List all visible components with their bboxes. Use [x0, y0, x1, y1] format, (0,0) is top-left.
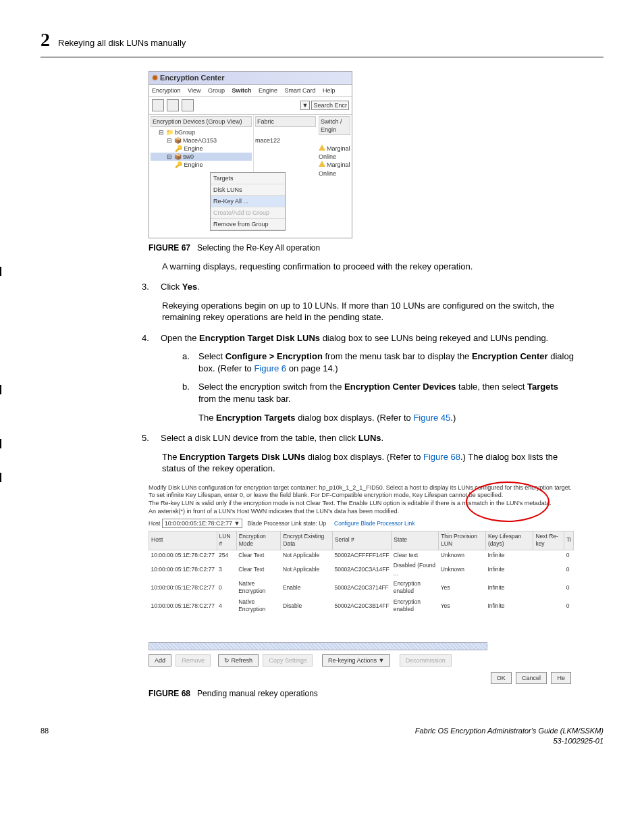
toolbar-icon-2[interactable] — [167, 99, 179, 111]
ctx-remove-group[interactable]: Remove from Group — [211, 219, 285, 230]
ctx-disk-luns[interactable]: Disk LUNs — [211, 184, 285, 196]
tree-engine-2[interactable]: 🔑 Engine — [151, 161, 252, 169]
ok-button[interactable]: OK — [491, 672, 512, 684]
dialog-paragraph: The Encryption Targets Disk LUNs dialog … — [162, 451, 576, 475]
figure-67: ✹ Encryption Center Encryption View Grou… — [149, 71, 603, 254]
col-head-switch: Switch / Engin — [319, 116, 350, 135]
col-head-fabric: Fabric — [255, 116, 316, 127]
menu-view[interactable]: View — [188, 87, 200, 94]
page-header: 2 Rekeying all disk LUNs manually — [41, 27, 603, 57]
warning-paragraph: A warning displays, requesting confirmat… — [162, 261, 576, 273]
luns-table: HostLUN #Encryption ModeEncrypt Existing… — [149, 531, 574, 615]
figure-68-caption: FIGURE 68 Pending manual rekey operation… — [149, 688, 603, 699]
chapter-title: Rekeying all disk LUNs manually — [58, 37, 186, 49]
step-4a: a. Select Configure > Encryption from th… — [182, 350, 576, 374]
scrollbar[interactable] — [149, 642, 487, 650]
step-4: 4. Open the Encryption Target Disk LUNs … — [142, 332, 576, 344]
button-row-right: OK Cancel He — [149, 672, 574, 684]
cancel-button[interactable]: Cancel — [516, 672, 547, 684]
status-marginal-1: Marginal — [319, 145, 350, 153]
step-3: 3. Click Yes. — [142, 281, 576, 293]
menubar: Encryption View Group Switch Engine Smar… — [149, 85, 352, 97]
table-row: 10:00:00:05:1E:78:C2:774Native Encryptio… — [149, 597, 574, 615]
host-row: Host 10:00:00:05:1E:78:C2:77 ▼ Blade Pro… — [149, 519, 574, 528]
table-row: 10:00:00:05:1E:78:C2:77254Clear TextNot … — [149, 550, 574, 561]
status-online-2: Online — [319, 170, 350, 178]
copy-settings-button: Copy Settings — [263, 654, 313, 667]
tree-node-mace[interactable]: ⊟ 📦 MaceAG153 — [151, 136, 252, 145]
link-figure-45[interactable]: Figure 45 — [413, 413, 450, 423]
ctx-targets[interactable]: Targets — [211, 173, 285, 184]
fabric-value: mace122 — [255, 136, 316, 145]
configure-bpl-link[interactable]: Configure Blade Processor Link — [334, 520, 415, 527]
page-footer: 88 Fabric OS Encryption Administrator's … — [41, 726, 603, 746]
button-row-left: Add Remove ↻ Refresh Copy Settings Re-ke… — [149, 654, 574, 667]
table-row: 10:00:00:05:1E:78:C2:773Clear TextNot Ap… — [149, 561, 574, 579]
menu-group[interactable]: Group — [208, 87, 225, 94]
targets-paragraph: The Encryption Targets dialog box displa… — [198, 412, 576, 424]
window-title: ✹ Encryption Center — [149, 72, 352, 85]
tree-node-sw0[interactable]: ⊟ 📦 sw0 — [151, 153, 252, 161]
tree-root[interactable]: ⊟ 📁 bGroup — [151, 128, 252, 136]
refresh-icon[interactable] — [182, 99, 194, 111]
host-dropdown[interactable]: 10:00:00:05:1E:78:C2:77 ▼ — [162, 519, 243, 528]
menu-switch[interactable]: Switch — [232, 87, 251, 94]
ctx-rekey-all[interactable]: Re-Key All ... — [211, 196, 285, 207]
menu-help[interactable]: Help — [323, 87, 336, 94]
table-row: 10:00:00:05:1E:78:C2:770Native Encryptio… — [149, 579, 574, 597]
step-4b: b. Select the encryption switch from the… — [182, 381, 576, 405]
col-head-devices: Encryption Devices (Group View) — [151, 116, 252, 127]
link-figure-6[interactable]: Figure 6 — [254, 363, 286, 373]
status-online-1: Online — [319, 153, 350, 161]
figure-67-caption: FIGURE 67 Selecting the Re-Key All opera… — [149, 242, 603, 253]
context-menu: Targets Disk LUNs Re-Key All ... Create/… — [210, 172, 286, 232]
figure-68: Modify Disk LUNs configuration for encry… — [149, 484, 603, 700]
toolbar: ▼ Search Encr — [149, 97, 352, 115]
help-button[interactable]: He — [551, 672, 571, 684]
status-marginal-2: Marginal — [319, 161, 350, 169]
search-dropdown[interactable]: ▼ — [300, 101, 311, 110]
search-field[interactable]: Search Encr — [311, 101, 349, 110]
menu-engine[interactable]: Engine — [259, 87, 277, 94]
ctx-create-group: Create/Add to Group — [211, 207, 285, 219]
remove-button: Remove — [176, 654, 211, 667]
menu-encryption[interactable]: Encryption — [152, 87, 181, 94]
toolbar-icon-1[interactable] — [152, 99, 164, 111]
fig68-desc: Modify Disk LUNs configuration for encry… — [149, 484, 574, 516]
link-figure-68[interactable]: Figure 68 — [423, 452, 460, 462]
menu-smartcard[interactable]: Smart Card — [285, 87, 316, 94]
add-button[interactable]: Add — [149, 654, 171, 667]
decommission-button: Decommission — [400, 654, 452, 667]
refresh-button[interactable]: ↻ Refresh — [218, 654, 259, 667]
page-number: 88 — [41, 726, 49, 746]
rekeying-actions-button[interactable]: Re-keying Actions ▼ — [322, 654, 390, 667]
rekey-paragraph: Rekeying operations begin on up to 10 LU… — [162, 300, 576, 323]
tree-engine-1[interactable]: 🔑 Engine — [151, 145, 252, 153]
step-5: 5. Select a disk LUN device from the tab… — [142, 432, 576, 444]
chapter-number: 2 — [41, 27, 50, 53]
